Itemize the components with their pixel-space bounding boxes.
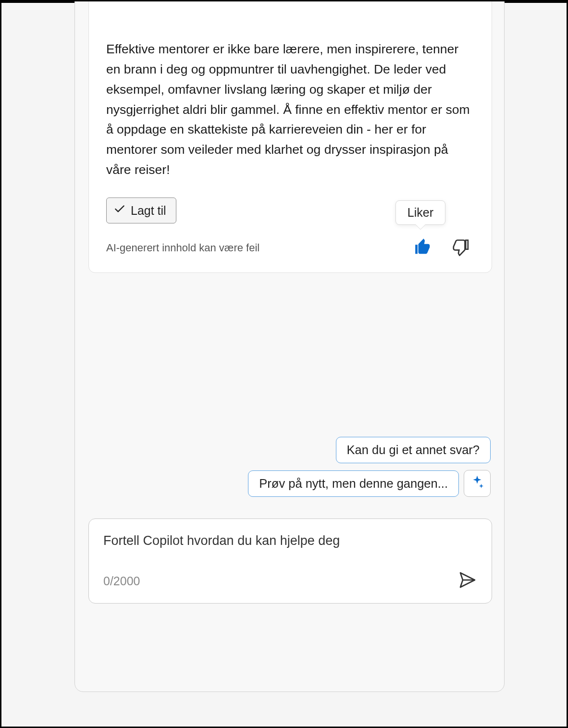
thumbs-down-icon[interactable] xyxy=(451,238,469,258)
suggestion-row: Kan du gi et annet svar? xyxy=(336,437,491,463)
chat-input-footer: 0/2000 xyxy=(103,570,477,592)
suggestion-list: Kan du gi et annet svar? Prøv på nytt, m… xyxy=(248,437,491,497)
suggestion-label: Kan du gi et annet svar? xyxy=(347,443,480,457)
message-footer: Liker AI-generert innhold kan være feil xyxy=(106,238,474,258)
thumbs-up-icon[interactable] xyxy=(414,238,432,258)
suggestion-pill[interactable]: Kan du gi et annet svar? xyxy=(336,437,491,463)
sparkle-icon xyxy=(469,474,485,493)
suggestion-row: Prøv på nytt, men denne gangen... xyxy=(248,470,491,497)
like-tooltip-label: Liker xyxy=(407,206,433,219)
check-icon xyxy=(113,203,126,218)
copilot-panel: Effektive mentorer er ikke bare lærere, … xyxy=(74,0,505,692)
suggestion-pill[interactable]: Prøv på nytt, men denne gangen... xyxy=(248,470,459,497)
chat-input-placeholder: Fortell Copilot hvordan du kan hjelpe de… xyxy=(103,533,477,548)
assistant-message-text: Effektive mentorer er ikke bare lærere, … xyxy=(106,39,474,180)
added-badge[interactable]: Lagt til xyxy=(106,197,176,223)
added-badge-label: Lagt til xyxy=(131,204,166,218)
send-button[interactable] xyxy=(458,570,477,592)
disclaimer-text: AI-generert innhold kan være feil xyxy=(106,242,259,254)
feedback-icons xyxy=(414,238,469,258)
sparkle-button[interactable] xyxy=(464,470,491,497)
chat-input-box[interactable]: Fortell Copilot hvordan du kan hjelpe de… xyxy=(88,518,492,604)
suggestion-label: Prøv på nytt, men denne gangen... xyxy=(259,477,448,490)
like-tooltip: Liker xyxy=(395,200,445,225)
assistant-message-card: Effektive mentorer er ikke bare lærere, … xyxy=(88,0,492,273)
send-icon xyxy=(458,583,477,591)
char-count: 0/2000 xyxy=(103,574,140,588)
